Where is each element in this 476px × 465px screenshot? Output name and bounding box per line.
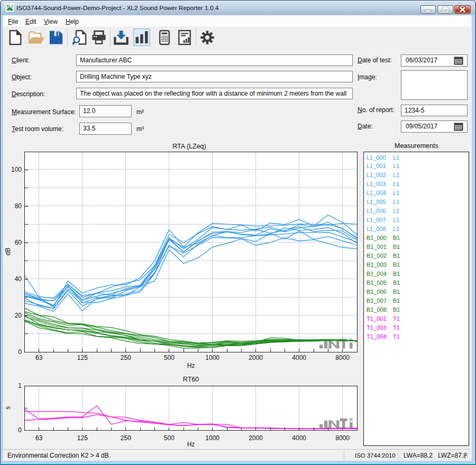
svg-text:Hz: Hz — [187, 362, 195, 369]
svg-text:0: 0 — [18, 426, 22, 434]
svg-text:2000: 2000 — [249, 354, 263, 361]
svg-text:100: 100 — [11, 166, 22, 173]
svg-text:RTA (LZeq): RTA (LZeq) — [172, 143, 206, 150]
svg-text:500: 500 — [164, 434, 175, 442]
svg-text:125: 125 — [77, 354, 88, 361]
svg-text:20: 20 — [15, 312, 22, 319]
svg-text:500: 500 — [164, 354, 175, 361]
svg-text:2000: 2000 — [249, 434, 263, 442]
svg-text:60: 60 — [15, 239, 22, 246]
svg-text:s: s — [4, 406, 12, 410]
svg-text:250: 250 — [121, 434, 131, 442]
svg-text:Hz: Hz — [187, 441, 195, 448]
svg-text:RT60: RT60 — [183, 376, 199, 383]
svg-text:1000: 1000 — [205, 434, 219, 442]
svg-text:80: 80 — [15, 202, 22, 210]
svg-text:40: 40 — [15, 275, 22, 283]
svg-text:250: 250 — [121, 354, 131, 361]
svg-text:63: 63 — [35, 354, 43, 361]
svg-text:4000: 4000 — [292, 434, 306, 442]
svg-text:XL2: XL2 — [6, 4, 13, 8]
svg-text:4000: 4000 — [292, 354, 306, 361]
svg-text:125: 125 — [77, 434, 88, 442]
svg-text:1: 1 — [18, 382, 22, 389]
svg-text:8000: 8000 — [335, 354, 350, 361]
svg-text:63: 63 — [35, 434, 43, 442]
svg-text:1000: 1000 — [205, 354, 219, 361]
svg-text:8000: 8000 — [335, 434, 350, 442]
svg-text:dB: dB — [4, 248, 12, 256]
svg-text:0: 0 — [18, 348, 22, 356]
